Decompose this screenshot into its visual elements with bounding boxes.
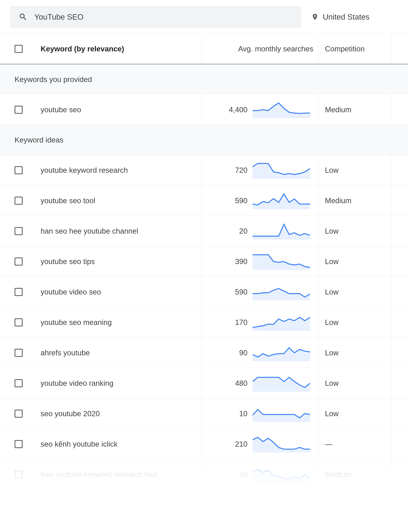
search-volume: 390 bbox=[209, 257, 247, 266]
idea-rows: youtube keyword research 720 Low youtube… bbox=[0, 155, 408, 490]
sparkline-chart bbox=[253, 436, 310, 453]
keyword-text: youtube seo tool bbox=[41, 196, 95, 205]
competition-text: Low bbox=[325, 166, 339, 175]
searches-column-header[interactable]: Avg. monthly searches bbox=[209, 45, 313, 53]
sparkline-chart bbox=[253, 466, 310, 483]
keyword-text: han seo hee youtube channel bbox=[41, 227, 138, 235]
search-volume: 170 bbox=[209, 318, 247, 327]
sparkline-chart bbox=[253, 101, 310, 118]
search-volume: 210 bbox=[209, 440, 247, 448]
sparkline-chart bbox=[253, 253, 310, 270]
search-icon bbox=[19, 12, 28, 22]
table-row: seo youtube 2020 10 Low bbox=[0, 399, 408, 429]
search-volume: 90 bbox=[209, 349, 247, 357]
competition-text: Low bbox=[325, 379, 339, 387]
table-header: Keyword (by relevance) Avg. monthly sear… bbox=[0, 34, 408, 64]
search-volume: 720 bbox=[209, 166, 247, 175]
search-volume: 4,400 bbox=[209, 106, 247, 114]
keyword-text: youtube video seo bbox=[41, 288, 101, 296]
row-checkbox[interactable] bbox=[15, 410, 23, 418]
sparkline-chart bbox=[253, 283, 310, 300]
sparkline-chart bbox=[253, 375, 310, 392]
table-row: youtube seo tool 590 Medium bbox=[0, 185, 408, 216]
table-row: ahrefs youtube 90 Low bbox=[0, 338, 408, 368]
search-input[interactable] bbox=[34, 12, 293, 21]
search-volume: 40 bbox=[209, 470, 247, 479]
keyword-text: youtube seo meaning bbox=[41, 318, 112, 326]
table-row: youtube seo meaning 170 Low bbox=[0, 307, 408, 338]
competition-text: Medium bbox=[325, 106, 351, 114]
competition-text: — bbox=[325, 440, 332, 448]
search-volume: 590 bbox=[209, 288, 247, 296]
top-bar: United States bbox=[0, 0, 408, 34]
table-row: youtube seo tips 390 Low bbox=[0, 246, 408, 277]
competition-text: Low bbox=[325, 288, 339, 296]
competition-text: Low bbox=[325, 349, 339, 357]
row-checkbox[interactable] bbox=[15, 166, 23, 174]
keyword-text: youtube keyword research bbox=[41, 166, 128, 174]
row-checkbox[interactable] bbox=[15, 197, 23, 205]
sparkline-chart bbox=[253, 223, 310, 240]
table-row: han seo hee youtube channel 20 Low bbox=[0, 216, 408, 246]
select-all-checkbox[interactable] bbox=[15, 45, 23, 53]
keyword-text: free youtube keyword research tool bbox=[41, 470, 157, 479]
competition-text: Medium bbox=[325, 470, 351, 479]
table-row: youtube video ranking 480 Low bbox=[0, 368, 408, 399]
section-provided: Keywords you provided bbox=[0, 64, 408, 94]
row-checkbox[interactable] bbox=[15, 258, 23, 266]
row-checkbox[interactable] bbox=[15, 379, 23, 387]
row-checkbox[interactable] bbox=[15, 440, 23, 448]
keyword-column-header[interactable]: Keyword (by relevance) bbox=[41, 45, 202, 53]
keyword-text: ahrefs youtube bbox=[41, 349, 90, 357]
row-checkbox[interactable] bbox=[15, 318, 23, 326]
competition-text: Low bbox=[325, 318, 339, 327]
keyword-text: seo youtube 2020 bbox=[41, 409, 100, 418]
table-row: seo kênh youtube iclick 210 — bbox=[0, 429, 408, 459]
section-ideas: Keyword ideas bbox=[0, 125, 408, 155]
competition-text: Medium bbox=[325, 196, 351, 205]
location-label: United States bbox=[323, 12, 369, 21]
table-row: youtube keyword research 720 Low bbox=[0, 155, 408, 185]
sparkline-chart bbox=[253, 344, 310, 361]
search-volume: 480 bbox=[209, 379, 247, 387]
location-icon bbox=[311, 13, 319, 21]
sparkline-chart bbox=[253, 162, 310, 179]
competition-text: Low bbox=[325, 257, 339, 266]
search-volume: 10 bbox=[209, 409, 247, 418]
row-checkbox[interactable] bbox=[15, 227, 23, 235]
table-row: youtube video seo 590 Low bbox=[0, 277, 408, 307]
table-row: free youtube keyword research tool 40 Me… bbox=[0, 459, 408, 490]
competition-column-header[interactable]: Competition bbox=[318, 34, 391, 64]
provided-rows: youtube seo 4,400 Medium bbox=[0, 94, 408, 125]
competition-text: Low bbox=[325, 227, 339, 235]
row-checkbox[interactable] bbox=[15, 106, 23, 114]
keyword-text: youtube seo tips bbox=[41, 257, 95, 266]
keyword-text: youtube video ranking bbox=[41, 379, 113, 387]
keyword-text: youtube seo bbox=[41, 106, 81, 114]
search-volume: 590 bbox=[209, 196, 247, 205]
search-box[interactable] bbox=[10, 6, 301, 28]
table-row: youtube seo 4,400 Medium bbox=[0, 94, 408, 125]
sparkline-chart bbox=[253, 314, 310, 331]
sparkline-chart bbox=[253, 192, 310, 209]
keyword-text: seo kênh youtube iclick bbox=[41, 440, 118, 448]
competition-text: Low bbox=[325, 409, 339, 418]
row-checkbox[interactable] bbox=[15, 349, 23, 357]
search-volume: 20 bbox=[209, 227, 247, 235]
sparkline-chart bbox=[253, 405, 310, 422]
row-checkbox[interactable] bbox=[15, 288, 23, 296]
location-filter[interactable]: United States bbox=[311, 12, 369, 21]
row-checkbox[interactable] bbox=[15, 470, 23, 479]
